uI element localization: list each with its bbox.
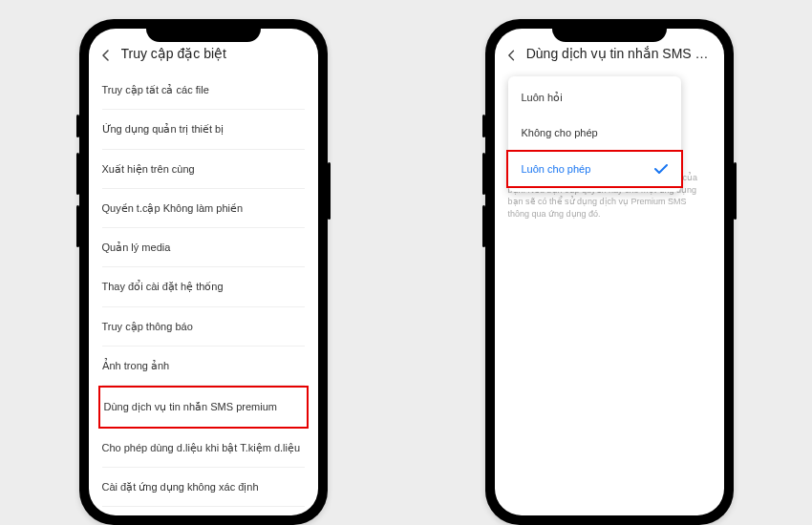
screen-left: Truy cập đặc biệt Truy cập tất cả các fi… [89, 29, 318, 515]
side-button [482, 115, 485, 137]
dropdown-item[interactable]: Luôn hỏi [508, 80, 681, 116]
page-title: Truy cập đặc biệt [121, 46, 227, 61]
side-button [328, 162, 331, 220]
side-button [76, 153, 79, 195]
settings-list: Truy cập tất cả các fileỨng dụng quản tr… [89, 71, 318, 515]
list-item[interactable]: Ứng dụng quản trị thiết bị [102, 110, 305, 149]
list-item[interactable]: Truy cập tất cả các file [102, 71, 305, 110]
phone-notch [552, 19, 667, 42]
dropdown-item[interactable]: Không cho phép [508, 116, 681, 150]
screen-right: Dùng dịch vụ tin nhắn SMS pre... có thể … [495, 29, 724, 515]
back-icon[interactable] [506, 48, 517, 59]
list-item[interactable]: Xuất hiện trên cùng [102, 150, 305, 189]
side-button [734, 162, 737, 220]
list-item[interactable]: Cho phép dùng d.liệu khi bật T.kiệm d.li… [102, 429, 305, 468]
list-item[interactable]: Truy cập thông báo [102, 307, 305, 346]
back-icon[interactable] [100, 48, 112, 59]
side-button [482, 205, 485, 247]
side-button [76, 205, 79, 247]
check-icon [654, 164, 668, 174]
dropdown-item-label: Luôn cho phép [522, 163, 591, 175]
phone-mockup-right: Dùng dịch vụ tin nhắn SMS pre... có thể … [485, 19, 734, 525]
list-item[interactable]: Quản lý media [102, 228, 305, 267]
list-item[interactable]: Chuông báo và lời nhắc [102, 507, 305, 515]
dropdown-item[interactable]: Luôn cho phép [506, 150, 683, 188]
dropdown-menu: Luôn hỏiKhông cho phépLuôn cho phép [508, 76, 681, 192]
list-item[interactable]: Quyền t.cập Không làm phiền [102, 189, 305, 228]
list-item[interactable]: Thay đổi cài đặt hệ thống [102, 267, 305, 306]
side-button [76, 115, 79, 137]
list-item[interactable]: Ảnh trong ảnh [102, 346, 305, 386]
list-item[interactable]: Cài đặt ứng dụng không xác định [102, 468, 305, 507]
list-item[interactable]: Dùng dịch vụ tin nhắn SMS premium [98, 386, 309, 428]
page-title: Dùng dịch vụ tin nhắn SMS pre... [526, 46, 713, 61]
phone-notch [146, 19, 261, 42]
side-button [482, 153, 485, 195]
phone-mockup-left: Truy cập đặc biệt Truy cập tất cả các fi… [79, 19, 328, 525]
